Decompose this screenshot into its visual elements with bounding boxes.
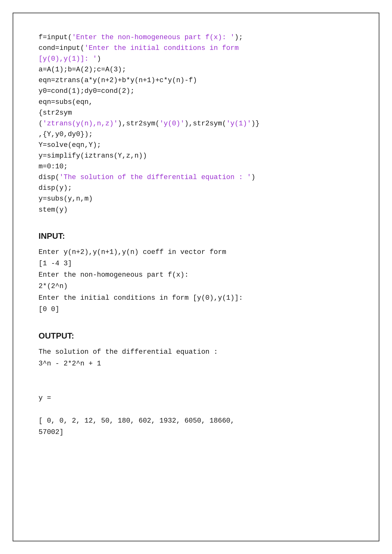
input-section: INPUT: Enter y(n+2),y(n+1),y(n) coeff in… [39,231,353,316]
output-heading: OUTPUT: [39,331,353,341]
output-content: The solution of the differential equatio… [39,346,353,438]
page-container: f=input('Enter the non-homogeneous part … [13,13,379,541]
input-content: Enter y(n+2),y(n+1),y(n) coeff in vector… [39,247,353,316]
code-line-1: f=input('Enter the non-homogeneous part … [39,33,260,214]
code-section: f=input('Enter the non-homogeneous part … [39,32,353,215]
output-section: OUTPUT: The solution of the differential… [39,331,353,438]
input-heading: INPUT: [39,231,353,241]
